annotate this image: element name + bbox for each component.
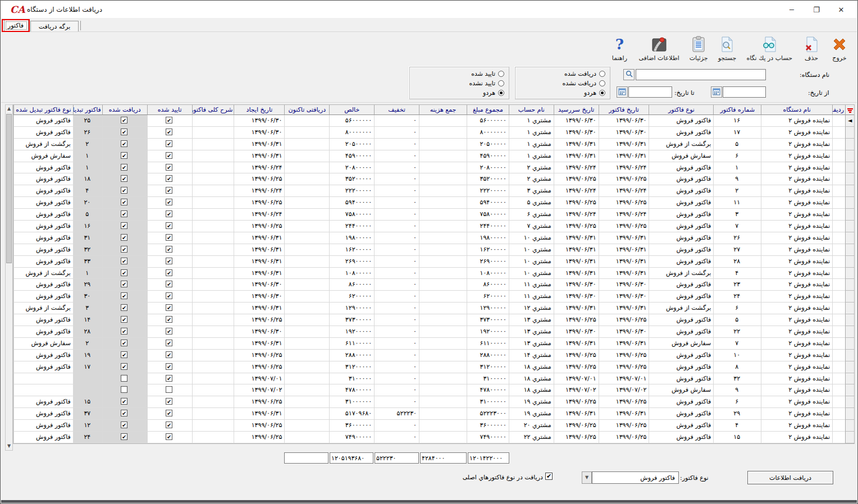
received-checkbox[interactable]: ✔ <box>121 152 127 159</box>
row-indicator[interactable] <box>845 185 854 197</box>
column-header-received_sofar[interactable]: دریافتی تاکنون <box>284 105 329 115</box>
received-checkbox[interactable]: ✔ <box>121 304 127 311</box>
row-indicator[interactable] <box>845 420 854 432</box>
table-row[interactable]: نماینده فروش ۲۵برگشت از فروش۱۳۹۹/۰۶/۳۱۱۳… <box>13 139 854 150</box>
received-checkbox[interactable]: ✔ <box>121 433 127 440</box>
row-indicator[interactable] <box>845 291 854 303</box>
column-header-confirmed[interactable]: تایید شده <box>147 105 192 115</box>
close-button[interactable]: ✕ <box>829 1 854 18</box>
received-checkbox[interactable]: ✔ <box>121 281 127 287</box>
column-header-due_date[interactable]: تاریخ سررسید <box>554 105 599 115</box>
table-row[interactable]: نماینده فروش ۲۲۶فاکتور فروش۱۳۹۹/۰۶/۳۱۱۳۹… <box>13 232 854 244</box>
table-row[interactable]: نماینده فروش ۲۹فاکتور فروش۱۳۹۹/۰۶/۲۵۱۳۹۹… <box>13 173 854 185</box>
confirmed-checkbox[interactable]: ✔ <box>166 351 172 358</box>
received-checkbox[interactable]: ✔ <box>121 140 127 147</box>
table-row[interactable]: نماینده فروش ۲۲۲فاکتور فروش۱۳۹۹/۰۶/۳۰۱۳۹… <box>13 326 854 338</box>
confirmed-checkbox[interactable]: ✔ <box>166 363 172 370</box>
received-checkbox[interactable]: ✔ <box>121 222 127 229</box>
confirmed-checkbox[interactable]: ✔ <box>166 398 172 405</box>
confirmed-checkbox[interactable]: ✔ <box>166 199 172 205</box>
confirmed-checkbox[interactable]: ✔ <box>166 340 172 346</box>
received-checkbox[interactable]: ✔ <box>121 246 127 253</box>
confirmed-checkbox[interactable]: ✔ <box>166 164 172 171</box>
row-indicator[interactable] <box>845 173 854 185</box>
column-header-indicator[interactable] <box>845 105 854 115</box>
to-date-input[interactable] <box>628 86 672 98</box>
radio-confirmed-both[interactable]: هردو <box>483 89 504 97</box>
delete-button[interactable]: حذف <box>797 34 825 63</box>
help-button[interactable]: ? راهنما <box>605 34 633 63</box>
column-header-device[interactable]: نام دستگاه <box>761 105 832 115</box>
table-row[interactable]: نماینده فروش ۲۶سفارش فروش۱۳۹۹/۰۶/۳۱۱۳۹۹/… <box>13 150 854 162</box>
column-header-cost[interactable]: جمع هزینه <box>419 105 467 115</box>
from-date-input[interactable] <box>723 86 766 98</box>
confirmed-checkbox[interactable]: ✔ <box>166 410 172 416</box>
received-checkbox[interactable]: ✔ <box>121 292 127 299</box>
row-indicator[interactable]: ◄ <box>845 115 854 127</box>
radio-not-confirmed[interactable]: تایید نشده <box>469 80 504 87</box>
confirmed-checkbox[interactable]: ✔ <box>166 281 172 287</box>
details-button[interactable]: جزئیات <box>684 34 713 63</box>
column-header-radif[interactable]: ردیف <box>832 105 845 115</box>
row-indicator[interactable] <box>845 162 854 174</box>
account-glance-button[interactable]: حساب در یك نگاه <box>741 34 797 63</box>
row-indicator[interactable] <box>845 197 854 209</box>
scrollbar-thumb[interactable] <box>6 114 12 263</box>
search-button[interactable]: جستجو <box>713 34 742 63</box>
row-indicator[interactable] <box>845 256 854 268</box>
table-row[interactable]: نماینده فروش ۲۳۲فاکتور فروش۱۳۹۹/۰۷/۰۱۱۳۹… <box>13 373 854 385</box>
scroll-down-icon[interactable]: ▼ <box>6 442 12 450</box>
confirmed-checkbox[interactable]: ✔ <box>166 246 172 253</box>
table-row[interactable]: نماینده فروش ۲۲۹فاکتور فروش۱۳۹۹/۰۶/۳۱۱۳۹… <box>13 408 854 420</box>
column-header-invoice_type[interactable]: نوع فاکتور <box>649 105 713 115</box>
confirmed-checkbox[interactable]: ✔ <box>166 210 172 217</box>
received-checkbox[interactable]: ✔ <box>121 351 127 358</box>
column-header-converted_no[interactable]: فاکتور تبدیل <box>73 105 102 115</box>
confirmed-checkbox[interactable]: ✔ <box>166 175 172 182</box>
radio-received-both[interactable]: هردو <box>584 89 605 97</box>
confirmed-checkbox[interactable]: ✔ <box>166 269 172 276</box>
received-checkbox[interactable]: ✔ <box>121 187 127 194</box>
row-indicator[interactable] <box>845 396 854 408</box>
table-row[interactable]: نماینده فروش ۲۴فاکتور فروش۱۳۹۹/۰۶/۲۵۱۳۹۹… <box>13 420 854 432</box>
table-row[interactable]: نماینده فروش ۲۹سفارش فروش۱۳۹۹/۰۷/۰۲۱۳۹۹/… <box>13 384 854 396</box>
column-header-invoice_no[interactable]: شماره فاکتور <box>713 105 761 115</box>
column-header-converted_type[interactable]: نوع فاکتور تبدیل شده <box>13 105 73 115</box>
row-indicator[interactable] <box>845 361 854 373</box>
table-row[interactable]: نماینده فروش ۲۶فاکتور فروش۱۳۹۹/۰۶/۲۵۱۳۹۹… <box>13 396 854 408</box>
confirmed-checkbox[interactable]: ✔ <box>166 316 172 323</box>
confirmed-checkbox[interactable]: ✔ <box>166 421 172 428</box>
received-checkbox[interactable]: ✔ <box>121 117 127 123</box>
table-row[interactable]: نماینده فروش ۲۳فاکتور فروش۱۳۹۹/۰۶/۲۴۱۳۹۹… <box>13 209 854 221</box>
confirmed-checkbox[interactable]: ✔ <box>166 292 172 299</box>
confirmed-checkbox[interactable]: ✔ <box>166 222 172 229</box>
row-indicator[interactable] <box>845 150 854 162</box>
extra-info-button[interactable]: اطلاعات اضافی <box>633 34 684 63</box>
confirmed-checkbox[interactable]: ✔ <box>166 258 172 264</box>
table-row[interactable]: نماینده فروش ۲۱۵فاکتور فروش۱۳۹۹/۰۶/۲۵۱۳۹… <box>13 432 854 443</box>
scroll-up-icon[interactable]: ▲ <box>6 105 12 113</box>
device-name-input[interactable] <box>636 69 766 80</box>
confirmed-checkbox[interactable]: ✔ <box>166 304 172 311</box>
tab-invoice[interactable]: فاکتور <box>4 20 29 31</box>
confirmed-checkbox[interactable]: ✔ <box>166 234 172 241</box>
row-indicator[interactable] <box>845 338 854 350</box>
received-checkbox[interactable]: ✔ <box>121 164 127 171</box>
row-indicator[interactable] <box>845 326 854 338</box>
row-indicator[interactable] <box>845 232 854 244</box>
from-date-calendar-button[interactable] <box>711 86 722 98</box>
column-header-received[interactable]: دریافت شده <box>102 105 147 115</box>
table-row[interactable]: نماینده فروش ۲۱۷فاکتور فروش۱۳۹۹/۰۶/۳۰۱۳۹… <box>13 127 854 139</box>
received-checkbox[interactable]: ✔ <box>121 328 127 335</box>
received-checkbox[interactable]: ✔ <box>121 269 127 276</box>
table-row[interactable]: نماینده فروش ۲۸فاکتور فروش۱۳۹۹/۰۶/۲۵۱۳۹۹… <box>13 361 854 373</box>
column-header-discount[interactable]: تخفیف <box>374 105 419 115</box>
confirmed-checkbox[interactable]: ✔ <box>166 129 172 135</box>
table-row[interactable]: نماینده فروش ۲۱۱فاکتور فروش۱۳۹۹/۰۶/۲۵۱۳۹… <box>13 197 854 209</box>
row-indicator[interactable] <box>845 139 854 150</box>
confirmed-checkbox[interactable]: ✔ <box>166 187 172 194</box>
row-indicator[interactable] <box>845 221 854 232</box>
confirmed-checkbox[interactable]: ✔ <box>166 375 172 382</box>
table-row[interactable]: نماینده فروش ۲۲فاکتور فروش۱۳۹۹/۰۶/۲۴۱۳۹۹… <box>13 185 854 197</box>
tab-receipt[interactable]: برگه دریافت وجه <box>30 21 79 31</box>
